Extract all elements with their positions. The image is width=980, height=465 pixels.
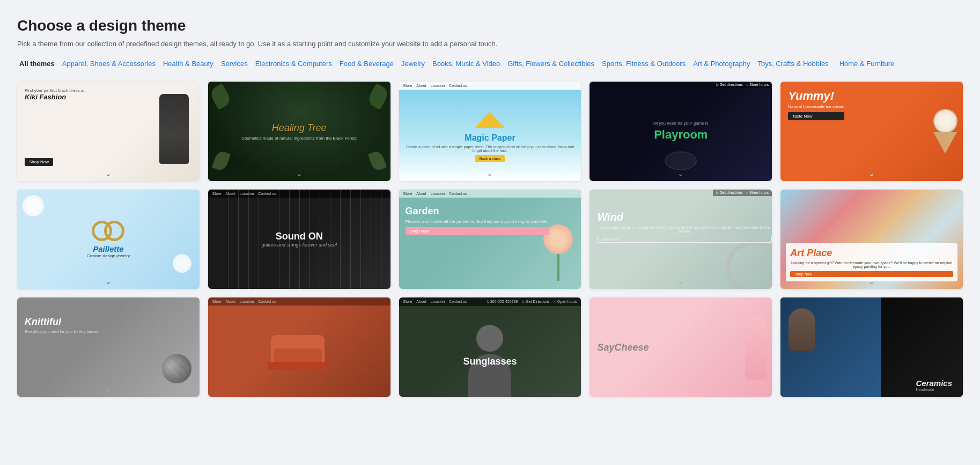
wind-content: Wind A coverage bicycle is not only for … — [590, 190, 772, 289]
theme-card-sound-on[interactable]: StoreAboutLocationContact us Sound ON gu… — [208, 190, 390, 289]
chevron-icon: ⌄ — [868, 277, 875, 286]
yummy-text: Yummy! Natural homemade ice cream Taste … — [788, 89, 844, 120]
yarn-ball — [162, 354, 191, 383]
filter-item-services[interactable]: Services — [219, 59, 250, 69]
chevron-icon: ⌄ — [868, 169, 875, 178]
theme-card-yummy[interactable]: Yummy! Natural homemade ice cream Taste … — [780, 82, 963, 181]
sofa-shape-container — [271, 335, 327, 370]
ring-2 — [104, 221, 124, 241]
theme-card-sofa[interactable]: StoreAboutLocationContact us — [208, 297, 390, 397]
sound-content: Sound ON guitars and strings forever and… — [208, 190, 390, 289]
themes-grid: Find your perfect black dress at Kiki Fa… — [17, 82, 963, 397]
magic-boat-container — [475, 112, 505, 128]
sound-sub: guitars and strings forever and soul — [261, 242, 337, 248]
ceramics-title: Ceramics — [916, 379, 952, 388]
filter-item-food[interactable]: Food & Beverage — [337, 59, 396, 69]
chevron-icon: ⌄ — [677, 169, 684, 178]
magic-boat — [475, 112, 505, 128]
theme-card-healing-tree[interactable]: Healing Tree Cosmetics made of natural i… — [208, 82, 390, 181]
filter-item-all[interactable]: All themes — [17, 59, 57, 69]
healing-content: Healing Tree Cosmetics made of natural i… — [208, 82, 390, 181]
yummy-image — [933, 87, 957, 176]
theme-card-art-place[interactable]: Art Place Looking for a special gift? Wa… — [780, 190, 963, 289]
filter-item-health[interactable]: Health & Beauty — [161, 59, 216, 69]
magic-cta: Book a class — [475, 155, 505, 162]
page-subtitle: Pick a theme from our collection of pred… — [17, 40, 963, 48]
fluffy-decor — [23, 195, 44, 216]
filter-item-sports[interactable]: Sports, Fitness & Outdoors — [600, 59, 688, 69]
icecream-decor — [933, 109, 957, 154]
theme-preview-sound: StoreAboutLocationContact us Sound ON gu… — [208, 190, 390, 289]
magic-sub: Create a piece of art with a simple pape… — [406, 145, 575, 152]
theme-preview-healing: Healing Tree Cosmetics made of natural i… — [208, 82, 390, 181]
theme-preview-knittiful: Knittiful Everything you need for your k… — [17, 297, 200, 397]
filter-item-home[interactable]: Home & Furniture — [837, 59, 897, 69]
yarn-decor — [162, 354, 191, 383]
garden-content: Garden Flowers won't solve all the probl… — [399, 190, 581, 289]
wind-cta: Ride Now — [597, 236, 772, 243]
fluffy-decor-2 — [173, 254, 191, 273]
artplace-content: Art Place Looking for a special gift? Wa… — [780, 190, 963, 289]
sofa-content — [208, 297, 390, 397]
paillette-title: Paillette — [93, 244, 124, 253]
theme-card-saycheese[interactable]: SayCheese — [590, 297, 772, 397]
chevron-icon: ⌄ — [487, 277, 493, 286]
artplace-title: Art Place — [790, 248, 953, 259]
icecream-cone — [933, 132, 957, 154]
ceramics-pot — [789, 308, 815, 351]
knittiful-sub: Everything you need for your knitting ba… — [25, 330, 98, 333]
ceramics-text: Ceramics Handmade — [916, 379, 952, 391]
chevron-icon: ⌄ — [105, 385, 112, 394]
filter-item-books[interactable]: Books, Music & Video — [430, 59, 502, 69]
theme-card-wind[interactable]: ▷ Get directions ○ Store hours Wind A co… — [590, 190, 772, 289]
theme-preview-artplace: Art Place Looking for a special gift? Wa… — [780, 190, 963, 289]
magic-content: Magic Paper Create a piece of art with a… — [399, 82, 581, 181]
page-container: Choose a design theme Pick a theme from … — [0, 0, 980, 423]
garden-text: Garden Flowers won't solve all the probl… — [406, 206, 549, 235]
theme-preview-paillette: Paillette Custom design jewelry ⌄ — [17, 190, 200, 289]
wind-sub: A coverage bicycle is not only for styli… — [597, 226, 772, 233]
filter-item-art[interactable]: Art & Photography — [691, 59, 752, 69]
theme-card-sunglasses[interactable]: StoreAboutLocationContact us 1-800-555-4… — [399, 297, 581, 397]
rings-container — [92, 221, 124, 241]
theme-preview-wind: ▷ Get directions ○ Store hours Wind A co… — [590, 190, 772, 289]
playroom-sub: all you need for your game is — [653, 121, 709, 126]
theme-card-knittiful[interactable]: Knittiful Everything you need for your k… — [17, 297, 200, 397]
filter-item-jewelry[interactable]: Jewelry — [399, 59, 427, 69]
theme-card-playroom[interactable]: ▷ Get directions ○ Store hours all you n… — [590, 82, 772, 181]
yummy-sub: Natural homemade ice cream — [788, 104, 844, 109]
theme-card-ceramics[interactable]: Ceramics Handmade — [780, 297, 963, 397]
sofa-base — [268, 362, 327, 370]
saycheese-content: SayCheese — [590, 297, 772, 397]
theme-preview-garden: StoreAboutLocationContact us Garden Flow… — [399, 190, 581, 289]
theme-card-garden[interactable]: StoreAboutLocationContact us Garden Flow… — [399, 190, 581, 289]
sound-text: Sound ON guitars and strings forever and… — [261, 231, 337, 248]
theme-card-paillette[interactable]: Paillette Custom design jewelry ⌄ — [17, 190, 200, 289]
healing-text: Healing Tree Cosmetics made of natural i… — [241, 122, 357, 141]
chevron-icon: ⌄ — [296, 169, 303, 178]
garden-title: Garden — [406, 206, 549, 217]
filter-item-gifts[interactable]: Gifts, Flowers & Collectibles — [505, 59, 596, 69]
knittiful-content: Knittiful Everything you need for your k… — [17, 297, 200, 397]
chevron-icon: ⌄ — [105, 277, 112, 286]
icecream-ball — [933, 109, 957, 133]
sunglasses-content: Sunglasses — [399, 297, 581, 397]
artplace-panel: Art Place Looking for a special gift? Wa… — [786, 243, 957, 281]
saycheese-title: SayCheese — [597, 342, 649, 353]
filter-item-toys[interactable]: Toys, Crafts & Hobbies — [755, 59, 830, 69]
theme-card-magic-paper[interactable]: StoreAboutLocationContact us Magic Paper… — [399, 82, 581, 181]
knittiful-text: Knittiful Everything you need for your k… — [25, 316, 98, 333]
filter-item-apparel[interactable]: Apparel, Shoes & Accessories — [60, 59, 158, 69]
sound-title: Sound ON — [261, 231, 337, 242]
theme-preview-ceramics: Ceramics Handmade — [780, 297, 963, 397]
artplace-cta: Shop Now — [790, 271, 953, 277]
healing-sub: Cosmetics made of natural ingredients fr… — [241, 136, 357, 141]
chevron-icon: ⌄ — [105, 169, 112, 178]
theme-card-kiki-fashion[interactable]: Find your perfect black dress at Kiki Fa… — [17, 82, 200, 181]
garden-sub: Flowers won't solve all the problems. Bu… — [406, 219, 549, 224]
playroom-title: Playroom — [654, 128, 708, 142]
filter-item-electronics[interactable]: Electronics & Computers — [253, 59, 334, 69]
yummy-cta: Taste Now — [788, 112, 844, 120]
kiki-content: Find your perfect black dress at Kiki Fa… — [17, 82, 200, 181]
garden-cta: Shop Now — [406, 227, 549, 235]
